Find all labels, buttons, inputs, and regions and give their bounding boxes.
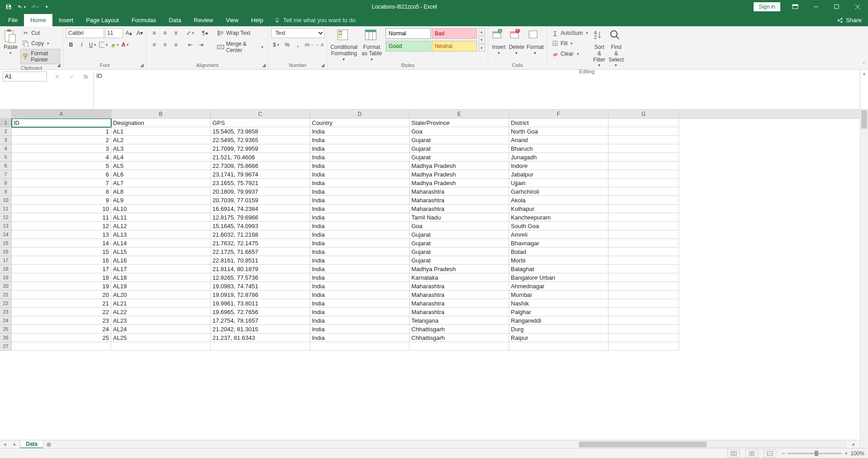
find-select-button[interactable]: Find & Select▾ (609, 28, 624, 68)
cell[interactable]: AL3 (111, 144, 211, 153)
cell[interactable]: 4 (12, 153, 111, 162)
cut-button[interactable]: ✂Cut (20, 28, 60, 38)
cell[interactable]: 24 (12, 325, 111, 334)
name-box[interactable] (3, 72, 47, 81)
cell[interactable] (609, 196, 679, 205)
align-left-icon[interactable]: ≡ (149, 40, 159, 50)
row-header[interactable]: 3 (0, 136, 12, 144)
cell[interactable]: 19.0983, 74.7451 (211, 282, 310, 291)
cell[interactable]: State/Province (410, 119, 509, 127)
clear-button[interactable]: Clear (550, 49, 590, 59)
delete-cells-button[interactable]: × Delete▾ (509, 28, 524, 55)
cell[interactable]: India (310, 256, 410, 265)
cell[interactable]: 21 (12, 299, 111, 308)
cell[interactable]: Palghar (509, 308, 609, 316)
cell[interactable]: 19.9961, 73.8011 (211, 299, 310, 308)
format-cells-button[interactable]: Format▾ (526, 28, 544, 55)
cell[interactable] (410, 342, 509, 351)
cell[interactable] (609, 205, 679, 213)
cell[interactable]: 23.1741, 79.9674 (211, 170, 310, 179)
cell[interactable]: India (310, 316, 410, 325)
cell[interactable] (609, 334, 679, 342)
decrease-decimal-icon[interactable]: ←.0 (315, 40, 325, 50)
cell[interactable]: Durg (509, 325, 609, 334)
increase-font-icon[interactable]: A▴ (124, 28, 134, 38)
comma-format-icon[interactable]: , (293, 40, 303, 50)
cell[interactable]: Balaghat (509, 265, 609, 273)
cell[interactable] (509, 342, 609, 351)
cell[interactable]: India (310, 213, 410, 222)
cell[interactable]: 17.2754, 78.1657 (211, 316, 310, 325)
cell[interactable] (609, 162, 679, 170)
row-header[interactable]: 7 (0, 170, 12, 179)
row-header[interactable]: 5 (0, 153, 12, 162)
tab-data[interactable]: Data (162, 14, 187, 26)
cell[interactable]: Madhya Pradesh (410, 265, 509, 273)
cell[interactable]: Madhya Pradesh (410, 162, 509, 170)
cell[interactable]: Raipur (509, 334, 609, 342)
cell[interactable]: Chhattisgarh (410, 334, 509, 342)
copy-button[interactable]: Copy (20, 38, 60, 48)
rtl-icon[interactable]: ¶◂ (200, 28, 210, 38)
cell[interactable]: 12.8175, 79.6966 (211, 213, 310, 222)
cell[interactable]: AL12 (111, 222, 211, 230)
cell[interactable]: India (310, 239, 410, 248)
cell[interactable]: India (310, 299, 410, 308)
tab-formulas[interactable]: Formulas (125, 14, 162, 26)
cell[interactable]: AL9 (111, 196, 211, 205)
decrease-font-icon[interactable]: A▾ (135, 28, 145, 38)
cell[interactable]: India (310, 325, 410, 334)
cell[interactable] (609, 127, 679, 136)
cell[interactable]: Gujarat (410, 153, 509, 162)
column-header-B[interactable]: B (111, 110, 211, 118)
cell[interactable] (609, 222, 679, 230)
cell[interactable]: 20 (12, 291, 111, 299)
row-header[interactable]: 23 (0, 308, 12, 316)
row-header[interactable]: 2 (0, 127, 12, 136)
cell[interactable]: AL16 (111, 256, 211, 265)
redo-icon[interactable]: ▾ (28, 1, 40, 12)
cell[interactable]: 21.6032, 71.2168 (211, 230, 310, 239)
cell[interactable]: India (310, 308, 410, 316)
cell[interactable] (609, 248, 679, 256)
cell[interactable]: India (310, 179, 410, 187)
ribbon-display-options-icon[interactable] (785, 0, 806, 14)
cell[interactable]: 23.1655, 75.7921 (211, 179, 310, 187)
tab-insert[interactable]: Insert (52, 14, 80, 26)
cell[interactable]: India (310, 205, 410, 213)
cell[interactable]: 17 (12, 265, 111, 273)
cell[interactable]: AL2 (111, 136, 211, 144)
cell[interactable]: 15 (12, 248, 111, 256)
accounting-format-icon[interactable]: $ (271, 40, 281, 50)
sort-filter-button[interactable]: AZ Sort & Filter▾ (592, 28, 607, 68)
undo-icon[interactable]: ▾ (15, 1, 27, 12)
cell[interactable]: 19.6965, 72.7656 (211, 308, 310, 316)
cell[interactable] (609, 213, 679, 222)
bold-button[interactable]: B (66, 40, 76, 50)
cell[interactable]: 21.2042, 81.3015 (211, 325, 310, 334)
cell[interactable]: 5 (12, 162, 111, 170)
column-header-A[interactable]: A (12, 110, 111, 118)
cell[interactable]: AL22 (111, 308, 211, 316)
cell[interactable]: India (310, 127, 410, 136)
new-sheet-icon[interactable]: ⊕ (43, 441, 54, 448)
expand-formula-bar-icon[interactable]: ▾ (863, 72, 865, 76)
cell[interactable]: 1 (12, 127, 111, 136)
row-header[interactable]: 25 (0, 325, 12, 334)
merge-center-button[interactable]: Merge & Center (215, 40, 265, 54)
cell[interactable]: AL11 (111, 213, 211, 222)
cell[interactable]: Maharashtra (410, 299, 509, 308)
tab-review[interactable]: Review (188, 14, 220, 26)
cell[interactable] (609, 170, 679, 179)
cell[interactable]: Kolhapur (509, 205, 609, 213)
number-format-select[interactable]: Text (271, 28, 325, 38)
insert-function-icon[interactable]: fx (80, 72, 91, 81)
cell-style-good[interactable]: Good (386, 41, 431, 52)
align-center-icon[interactable]: ≡ (160, 40, 170, 50)
italic-button[interactable]: I (77, 40, 87, 50)
select-all-corner[interactable] (0, 110, 12, 118)
maximize-icon[interactable] (826, 0, 847, 14)
conditional-formatting-button[interactable]: Conditional Formatting▾ (330, 28, 358, 62)
zoom-in-icon[interactable]: + (844, 450, 848, 457)
tab-home[interactable]: Home (24, 14, 52, 26)
